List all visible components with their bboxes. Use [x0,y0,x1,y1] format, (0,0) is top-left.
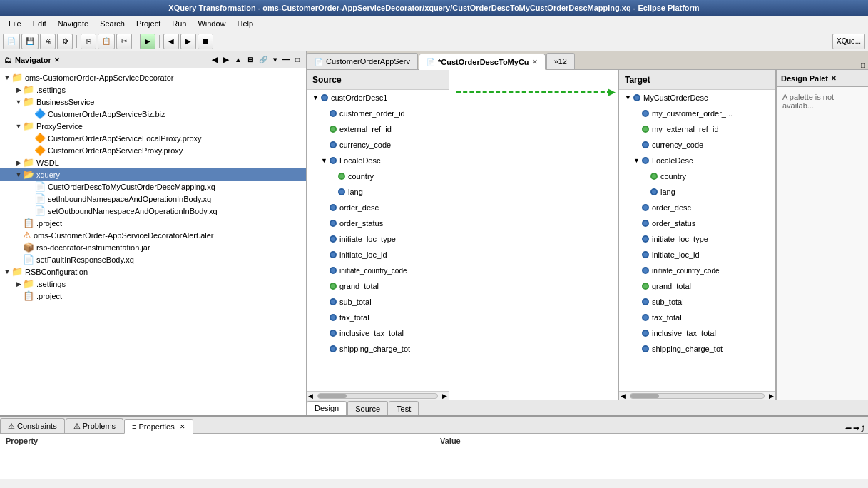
source-field-shipping-charge[interactable]: shipping_charge_tot [307,341,449,357]
scroll-left[interactable]: ◀ [619,392,627,400]
toolbar-save[interactable]: 💾 [21,34,39,49]
source-field-initiate-loc-type[interactable]: initiate_loc_type [307,231,449,247]
tree-toggle[interactable]: ▶ [14,86,23,93]
menu-search[interactable]: Search [94,18,131,29]
tree-item-rsb[interactable]: ▼ 📁 RSBConfiguration [0,265,306,278]
source-field-tax-total[interactable]: tax_total [307,310,449,325]
field-toggle[interactable]: ▼ [625,94,633,101]
target-field-currency-code[interactable]: currency_code [619,137,775,153]
toolbar-copy[interactable]: ⎘ [81,34,96,49]
source-field-initiate-loc-id[interactable]: initiate_loc_id [307,247,449,263]
tree-item-xquery[interactable]: ▼ 📂 xquery [0,168,306,181]
tree-toggle[interactable]: ▶ [14,280,23,288]
target-field-inclusive-tax-total[interactable]: inclusive_tax_total [619,325,775,341]
scroll-right[interactable]: ▶ [441,392,449,400]
scroll-track[interactable] [317,393,438,399]
toolbar-run[interactable]: ▶ [140,34,155,49]
nav-btn-back[interactable]: ◀ [210,55,220,64]
panel-export-btn[interactable]: ⤴ [861,425,865,433]
source-field-grand-total[interactable]: grand_total [307,278,449,294]
tree-toggle[interactable]: ▼ [3,268,11,275]
bp-tab-properties[interactable]: ≡ Properties ✕ [124,419,193,434]
source-field-order-status[interactable]: order_status [307,215,449,231]
navigator-close[interactable]: ✕ [54,56,60,63]
target-field-order-desc[interactable]: order_desc [619,200,775,215]
nav-min[interactable]: — [280,55,292,64]
source-field-initiate-country-code[interactable]: initiate_country_code [307,263,449,278]
source-field-locale-desc[interactable]: ▼ LocaleDesc [307,153,449,168]
tree-item-alert[interactable]: ⚠ oms-CustomerOrder-AppServiceDecoratorA… [0,229,306,241]
tree-toggle[interactable]: ▶ [14,159,23,166]
toolbar-cut[interactable]: ✂ [116,34,132,49]
nav-btn-up[interactable]: ▲ [233,55,244,64]
tree-item-settings1[interactable]: ▶ 📁 .settings [0,83,306,96]
menu-file[interactable]: File [3,18,27,29]
menu-navigate[interactable]: Navigate [52,18,94,29]
nav-max[interactable]: □ [293,55,302,64]
tree-item-project2[interactable]: 📋 .project [0,290,306,302]
scroll-thumb[interactable] [630,394,659,398]
target-field-sub-total[interactable]: sub_total [619,294,775,310]
source-field-customer-order-id[interactable]: customer_order_id [307,106,449,121]
target-field-my-customer-order[interactable]: my_customer_order_... [619,106,775,121]
tree-item-biz[interactable]: ▼ 📁 BusinessService [0,96,306,108]
palette-close[interactable]: ✕ [831,75,837,82]
toolbar-xque[interactable]: XQue... [832,34,865,49]
scroll-left[interactable]: ◀ [307,392,315,400]
target-field-locale-desc[interactable]: ▼ LocaleDesc [619,153,775,168]
target-field-order-status[interactable]: order_status [619,215,775,231]
menu-project[interactable]: Project [131,18,166,29]
field-toggle[interactable]: ▼ [321,157,330,164]
source-field-country[interactable]: country [307,168,449,184]
panel-back-btn[interactable]: ⬅ [845,424,852,433]
tree-toggle[interactable]: ▼ [14,171,23,178]
target-field-shipping-charge[interactable]: shipping_charge_tot [619,341,775,357]
tree-toggle[interactable]: ▼ [14,123,23,130]
tree-item-settings2[interactable]: ▶ 📁 .settings [0,278,306,290]
tab-max-btn[interactable]: □ [861,61,865,69]
panel-forward-btn[interactable]: ➡ [853,424,859,433]
source-scrollbar[interactable]: ◀ ▶ [307,391,449,400]
field-toggle[interactable]: ▼ [312,94,321,101]
nav-btn-link[interactable]: 🔗 [257,55,270,64]
target-field-initiate-loc-id[interactable]: initiate_loc_id [619,247,775,263]
source-root-node[interactable]: ▼ custOrderDesc1 [307,90,449,106]
tree-item-proxy2[interactable]: 🔶 CustomerOrderAppServiceProxy.proxy [0,144,306,156]
menu-window[interactable]: Window [192,18,231,29]
tab-customer-order[interactable]: 📄 CustomerOrderAppServ [307,53,418,69]
tree-item-proxy[interactable]: ▼ 📁 ProxyService [0,120,306,132]
toolbar-paste[interactable]: 📋 [98,34,115,49]
source-field-inclusive-tax-total[interactable]: inclusive_tax_total [307,325,449,341]
nav-btn-forward[interactable]: ▶ [221,55,231,64]
scroll-thumb[interactable] [318,394,347,398]
toolbar-props[interactable]: ⚙ [57,34,73,49]
toolbar-new[interactable]: 📄 [3,34,20,49]
toolbar-forward[interactable]: ▶ [180,34,196,49]
target-field-initiate-loc-type[interactable]: initiate_loc_type [619,231,775,247]
editor-tab-test[interactable]: Test [389,401,419,415]
menu-help[interactable]: Help [232,18,260,29]
tree-toggle[interactable]: ▼ [3,74,11,81]
tree-item-project[interactable]: 📋 .project [0,217,306,229]
tree-item-bizfile[interactable]: 🔷 CustomerOrderAppServiceBiz.biz [0,108,306,120]
menu-run[interactable]: Run [166,18,192,29]
nav-btn-collapse[interactable]: ⊟ [245,55,255,64]
toolbar-back[interactable]: ◀ [163,34,179,49]
target-field-tax-total[interactable]: tax_total [619,310,775,325]
tab-cust-order-mapping[interactable]: 📄 *CustOrderDescToMyCu ✕ [419,54,546,70]
tab-more[interactable]: »12 [546,53,575,69]
target-field-lang[interactable]: lang [619,184,775,200]
bp-tab-problems[interactable]: ⚠ Problems [66,418,123,433]
tree-item-xq2[interactable]: 📄 setInboundNamespaceAndOperationInBody.… [0,193,306,205]
bp-tab-constraints[interactable]: ⚠ Constraints [0,418,65,433]
toolbar-stop[interactable]: ⏹ [198,34,213,49]
tab-close-btn[interactable]: ✕ [532,59,538,66]
tree-item-proxy1[interactable]: 🔶 CustomerOrderAppServiceLocalProxy.prox… [0,132,306,144]
nav-menu[interactable]: ▾ [271,55,279,64]
source-field-currency-code[interactable]: currency_code [307,137,449,153]
source-field-sub-total[interactable]: sub_total [307,294,449,310]
toolbar-print[interactable]: 🖨 [40,34,56,49]
target-field-grand-total[interactable]: grand_total [619,278,775,294]
target-field-my-external-ref-id[interactable]: my_external_ref_id [619,121,775,137]
tree-item-wsdl[interactable]: ▶ 📁 WSDL [0,156,306,168]
